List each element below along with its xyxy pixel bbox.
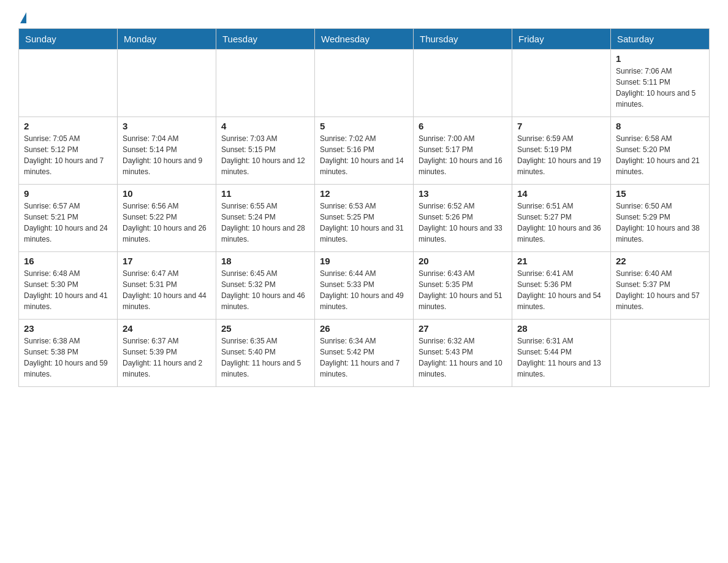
- day-number: 4: [221, 121, 309, 131]
- week-row: 2Sunrise: 7:05 AM Sunset: 5:12 PM Daylig…: [19, 117, 710, 185]
- day-number: 27: [419, 323, 507, 334]
- calendar-cell: 9Sunrise: 6:57 AM Sunset: 5:21 PM Daylig…: [19, 185, 118, 252]
- calendar-cell: 12Sunrise: 6:53 AM Sunset: 5:25 PM Dayli…: [315, 185, 414, 252]
- day-number: 19: [320, 256, 408, 266]
- day-info: Sunrise: 6:51 AM Sunset: 5:27 PM Dayligh…: [517, 201, 605, 245]
- day-number: 16: [24, 256, 112, 266]
- calendar-cell: [414, 50, 512, 117]
- logo: [18, 12, 26, 22]
- day-number: 24: [123, 323, 211, 334]
- calendar-cell: 7Sunrise: 6:59 AM Sunset: 5:19 PM Daylig…: [512, 117, 611, 185]
- day-info: Sunrise: 6:41 AM Sunset: 5:36 PM Dayligh…: [517, 268, 605, 312]
- day-number: 14: [517, 188, 605, 199]
- day-info: Sunrise: 6:32 AM Sunset: 5:43 PM Dayligh…: [419, 335, 507, 380]
- day-number: 9: [24, 188, 112, 199]
- day-number: 15: [616, 188, 704, 199]
- day-info: Sunrise: 6:37 AM Sunset: 5:39 PM Dayligh…: [123, 335, 211, 380]
- calendar-cell: 6Sunrise: 7:00 AM Sunset: 5:17 PM Daylig…: [414, 117, 512, 185]
- day-info: Sunrise: 6:52 AM Sunset: 5:26 PM Dayligh…: [419, 201, 507, 245]
- day-number: 10: [123, 188, 211, 199]
- day-info: Sunrise: 7:04 AM Sunset: 5:14 PM Dayligh…: [123, 133, 211, 177]
- week-row: 23Sunrise: 6:38 AM Sunset: 5:38 PM Dayli…: [19, 320, 710, 387]
- day-info: Sunrise: 6:45 AM Sunset: 5:32 PM Dayligh…: [221, 268, 309, 312]
- day-of-week-header: Saturday: [611, 29, 710, 50]
- logo-triangle-icon: [20, 12, 26, 23]
- day-number: 2: [24, 121, 112, 131]
- day-info: Sunrise: 6:56 AM Sunset: 5:22 PM Dayligh…: [123, 201, 211, 245]
- day-number: 21: [517, 256, 605, 266]
- day-number: 11: [221, 188, 309, 199]
- day-of-week-header: Monday: [118, 29, 216, 50]
- calendar-cell: 23Sunrise: 6:38 AM Sunset: 5:38 PM Dayli…: [19, 320, 118, 387]
- day-of-week-header: Tuesday: [216, 29, 315, 50]
- calendar-cell: 26Sunrise: 6:34 AM Sunset: 5:42 PM Dayli…: [315, 320, 414, 387]
- calendar-cell: 21Sunrise: 6:41 AM Sunset: 5:36 PM Dayli…: [512, 252, 611, 320]
- calendar-cell: 3Sunrise: 7:04 AM Sunset: 5:14 PM Daylig…: [118, 117, 216, 185]
- day-number: 18: [221, 256, 309, 266]
- day-of-week-header: Friday: [512, 29, 611, 50]
- calendar-table: SundayMondayTuesdayWednesdayThursdayFrid…: [18, 28, 710, 387]
- day-info: Sunrise: 7:05 AM Sunset: 5:12 PM Dayligh…: [24, 133, 112, 177]
- day-number: 6: [419, 121, 507, 131]
- calendar-cell: 4Sunrise: 7:03 AM Sunset: 5:15 PM Daylig…: [216, 117, 315, 185]
- day-number: 3: [123, 121, 211, 131]
- day-info: Sunrise: 6:31 AM Sunset: 5:44 PM Dayligh…: [517, 335, 605, 380]
- day-info: Sunrise: 6:53 AM Sunset: 5:25 PM Dayligh…: [320, 201, 408, 245]
- week-row: 9Sunrise: 6:57 AM Sunset: 5:21 PM Daylig…: [19, 185, 710, 252]
- calendar-cell: [19, 50, 118, 117]
- day-of-week-header: Thursday: [414, 29, 512, 50]
- day-info: Sunrise: 6:58 AM Sunset: 5:20 PM Dayligh…: [616, 133, 704, 177]
- calendar-cell: 22Sunrise: 6:40 AM Sunset: 5:37 PM Dayli…: [611, 252, 710, 320]
- day-number: 1: [616, 53, 704, 64]
- calendar-cell: 1Sunrise: 7:06 AM Sunset: 5:11 PM Daylig…: [611, 50, 710, 117]
- day-number: 25: [221, 323, 309, 334]
- calendar-cell: 24Sunrise: 6:37 AM Sunset: 5:39 PM Dayli…: [118, 320, 216, 387]
- calendar-cell: 20Sunrise: 6:43 AM Sunset: 5:35 PM Dayli…: [414, 252, 512, 320]
- day-info: Sunrise: 7:03 AM Sunset: 5:15 PM Dayligh…: [221, 133, 309, 177]
- calendar-cell: 19Sunrise: 6:44 AM Sunset: 5:33 PM Dayli…: [315, 252, 414, 320]
- calendar-cell: 5Sunrise: 7:02 AM Sunset: 5:16 PM Daylig…: [315, 117, 414, 185]
- calendar-cell: [216, 50, 315, 117]
- calendar-cell: 28Sunrise: 6:31 AM Sunset: 5:44 PM Dayli…: [512, 320, 611, 387]
- week-row: 16Sunrise: 6:48 AM Sunset: 5:30 PM Dayli…: [19, 252, 710, 320]
- calendar-cell: [118, 50, 216, 117]
- calendar-cell: 13Sunrise: 6:52 AM Sunset: 5:26 PM Dayli…: [414, 185, 512, 252]
- day-info: Sunrise: 6:35 AM Sunset: 5:40 PM Dayligh…: [221, 335, 309, 380]
- calendar-cell: 18Sunrise: 6:45 AM Sunset: 5:32 PM Dayli…: [216, 252, 315, 320]
- day-info: Sunrise: 6:57 AM Sunset: 5:21 PM Dayligh…: [24, 201, 112, 245]
- day-info: Sunrise: 6:44 AM Sunset: 5:33 PM Dayligh…: [320, 268, 408, 312]
- calendar-cell: [315, 50, 414, 117]
- calendar-cell: [611, 320, 710, 387]
- day-info: Sunrise: 6:38 AM Sunset: 5:38 PM Dayligh…: [24, 335, 112, 380]
- day-info: Sunrise: 6:47 AM Sunset: 5:31 PM Dayligh…: [123, 268, 211, 312]
- calendar-cell: 2Sunrise: 7:05 AM Sunset: 5:12 PM Daylig…: [19, 117, 118, 185]
- day-number: 13: [419, 188, 507, 199]
- day-info: Sunrise: 7:02 AM Sunset: 5:16 PM Dayligh…: [320, 133, 408, 177]
- day-number: 17: [123, 256, 211, 266]
- page-header: [18, 12, 710, 22]
- calendar-cell: 11Sunrise: 6:55 AM Sunset: 5:24 PM Dayli…: [216, 185, 315, 252]
- day-info: Sunrise: 6:50 AM Sunset: 5:29 PM Dayligh…: [616, 201, 704, 245]
- day-info: Sunrise: 6:43 AM Sunset: 5:35 PM Dayligh…: [419, 268, 507, 312]
- day-number: 8: [616, 121, 704, 131]
- calendar-cell: 16Sunrise: 6:48 AM Sunset: 5:30 PM Dayli…: [19, 252, 118, 320]
- calendar-cell: 25Sunrise: 6:35 AM Sunset: 5:40 PM Dayli…: [216, 320, 315, 387]
- day-info: Sunrise: 6:48 AM Sunset: 5:30 PM Dayligh…: [24, 268, 112, 312]
- day-info: Sunrise: 7:06 AM Sunset: 5:11 PM Dayligh…: [616, 66, 704, 110]
- calendar-cell: [512, 50, 611, 117]
- day-of-week-header: Sunday: [19, 29, 118, 50]
- day-info: Sunrise: 6:59 AM Sunset: 5:19 PM Dayligh…: [517, 133, 605, 177]
- calendar-cell: 15Sunrise: 6:50 AM Sunset: 5:29 PM Dayli…: [611, 185, 710, 252]
- day-info: Sunrise: 6:40 AM Sunset: 5:37 PM Dayligh…: [616, 268, 704, 312]
- day-number: 12: [320, 188, 408, 199]
- calendar-cell: 14Sunrise: 6:51 AM Sunset: 5:27 PM Dayli…: [512, 185, 611, 252]
- day-number: 22: [616, 256, 704, 266]
- day-number: 26: [320, 323, 408, 334]
- day-info: Sunrise: 6:55 AM Sunset: 5:24 PM Dayligh…: [221, 201, 309, 245]
- calendar-cell: 27Sunrise: 6:32 AM Sunset: 5:43 PM Dayli…: [414, 320, 512, 387]
- day-info: Sunrise: 6:34 AM Sunset: 5:42 PM Dayligh…: [320, 335, 408, 380]
- day-number: 23: [24, 323, 112, 334]
- day-number: 20: [419, 256, 507, 266]
- calendar-cell: 10Sunrise: 6:56 AM Sunset: 5:22 PM Dayli…: [118, 185, 216, 252]
- calendar-header-row: SundayMondayTuesdayWednesdayThursdayFrid…: [19, 29, 710, 50]
